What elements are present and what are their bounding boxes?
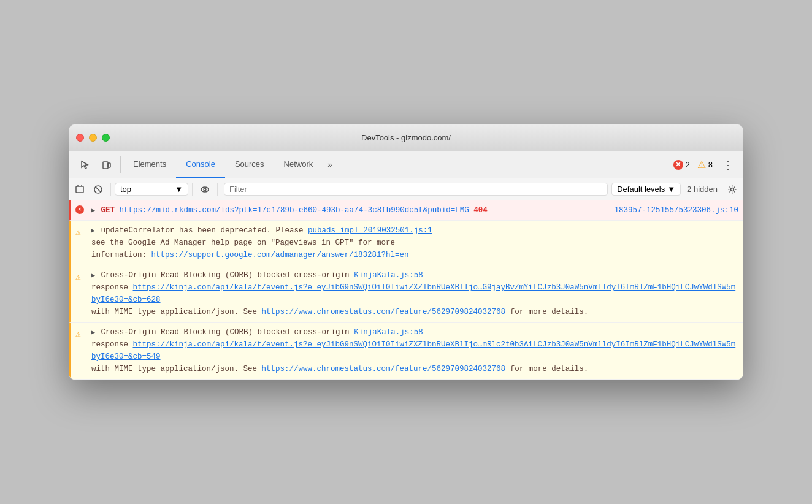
eye-icon[interactable] [196,181,213,198]
warning-triangle-icon-3: ⚠ [75,327,80,341]
context-selector[interactable]: top ▼ [115,183,188,196]
warning-text-8: response [91,340,133,349]
error-url-link[interactable]: https://mid.rkdms.com/ids?ptk=17c1789b-e… [120,206,469,215]
error-icon: ✕ [673,160,683,170]
svg-point-8 [204,188,206,191]
warning-text-7: Cross-Origin Read Blocking (CORB) blocke… [101,328,354,337]
close-button[interactable] [76,134,84,142]
console-toolbar-sep2 [192,183,193,196]
log-entry-error: ✕ ▶ GET https://mid.rkdms.com/ids?ptk=17… [69,200,743,221]
console-toolbar-sep3 [217,183,218,196]
error-badge: ✕ 2 [673,160,690,170]
levels-arrow-icon: ▼ [667,185,675,194]
warning-link-1[interactable]: https://support.google.com/admanager/ans… [151,251,409,259]
warning-text-5: with MIME type application/json. See [91,308,262,316]
warning-triangle-icon-2: ⚠ [75,270,80,284]
devtools-window: DevTools - gizmodo.com/ Elements Console… [69,124,743,380]
warning-entry-icon-3: ⚠ [75,326,86,341]
tab-console[interactable]: Console [176,151,225,178]
chromestatus-link-1[interactable]: https://www.chromestatus.com/feature/562… [262,308,506,316]
tab-more[interactable]: » [323,151,337,178]
tab-sources[interactable]: Sources [225,151,274,178]
levels-selector[interactable]: Default levels ▼ [611,183,681,196]
http-method: GET [101,206,120,215]
entry-expand-arrow-2[interactable]: ▶ [91,271,95,281]
more-options-button[interactable]: ⋮ [718,151,738,178]
toolbar-separator [120,156,121,173]
tab-elements[interactable]: Elements [123,151,176,178]
error-count: 2 [686,160,690,169]
clear-console-icon[interactable] [71,181,88,198]
console-toolbar: top ▼ Default levels ▼ 2 hidden [69,178,743,200]
titlebar: DevTools - gizmodo.com/ [69,124,743,151]
context-value: top [120,185,131,194]
block-icon[interactable] [90,181,107,198]
error-entry-content: ▶ GET https://mid.rkdms.com/ids?ptk=17c1… [91,204,604,216]
warning-entry-icon-1: ⚠ [75,224,86,239]
tabs: Elements Console Sources Network » [123,151,668,178]
error-entry-icon: ✕ [75,204,86,214]
svg-point-7 [201,187,209,192]
svg-rect-1 [108,163,110,167]
warning-text-10: for more details. [510,365,589,373]
svg-rect-2 [76,186,83,193]
window-title: DevTools - gizmodo.com/ [361,133,451,142]
minimize-button[interactable] [89,134,97,142]
warning-text-1: updateCorrelator has been deprecated. Pl… [101,226,308,235]
settings-icon[interactable] [724,181,741,198]
context-arrow-icon: ▼ [175,185,183,194]
svg-point-9 [731,188,734,191]
warning-triangle-icon-1: ⚠ [75,226,80,239]
tab-network[interactable]: Network [274,151,323,178]
main-toolbar: Elements Console Sources Network » ✕ 2 ⚠… [69,151,743,178]
filter-input[interactable] [224,183,608,196]
warning-entry-content-3: ▶ Cross-Origin Read Blocking (CORB) bloc… [91,326,738,375]
svg-line-6 [96,186,101,192]
warning-entry-content-2: ▶ Cross-Origin Read Blocking (CORB) bloc… [91,269,738,318]
corb-url-2[interactable]: https://kinja.com/api/kala/t/event.js?e=… [91,340,735,361]
warning-entry-icon-2: ⚠ [75,269,86,284]
console-toolbar-sep1 [110,183,111,196]
warning-entry-content-1: ▶ updateCorrelator has been deprecated. … [91,224,738,261]
warning-text-9: with MIME type application/json. See [91,365,262,373]
inspect-icon[interactable] [74,151,96,178]
entry-expand-arrow[interactable]: ▶ [91,206,95,216]
console-content: ✕ ▶ GET https://mid.rkdms.com/ids?ptk=17… [69,200,743,380]
log-entry-warning-3: ⚠ ▶ Cross-Origin Read Blocking (CORB) bl… [69,323,743,380]
error-status: 404 [473,206,488,215]
entry-expand-arrow-1[interactable]: ▶ [91,226,95,236]
log-entry-warning-1: ⚠ ▶ updateCorrelator has been deprecated… [69,221,743,265]
corb-source-2[interactable]: KinjaKala.js:58 [354,328,423,337]
chromestatus-link-2[interactable]: https://www.chromestatus.com/feature/562… [262,365,506,373]
error-x-icon: ✕ [75,205,84,214]
warning-text-4: response [91,283,133,292]
device-icon[interactable] [96,151,118,178]
warning-source-inline-1[interactable]: pubads_impl_2019032501.js:1 [308,226,432,235]
traffic-lights [76,134,110,142]
maximize-button[interactable] [102,134,110,142]
entry-expand-arrow-3[interactable]: ▶ [91,328,95,338]
levels-label: Default levels [617,185,665,194]
corb-source-1[interactable]: KinjaKala.js:58 [354,271,423,280]
error-source-link[interactable]: 183957-12515575323306.js:10 [609,204,738,216]
warning-count: 8 [708,160,713,169]
log-entry-warning-2: ⚠ ▶ Cross-Origin Read Blocking (CORB) bl… [69,265,743,323]
error-warning-counts: ✕ 2 ⚠ 8 [668,151,718,178]
hidden-count: 2 hidden [682,185,722,194]
warning-icon: ⚠ [697,159,706,170]
corb-url-1[interactable]: https://kinja.com/api/kala/t/event.js?e=… [91,283,735,304]
warning-badge: ⚠ 8 [697,159,713,170]
warning-text-6: for more details. [510,308,589,316]
svg-rect-0 [103,162,108,169]
warning-text-3: Cross-Origin Read Blocking (CORB) blocke… [101,271,354,280]
